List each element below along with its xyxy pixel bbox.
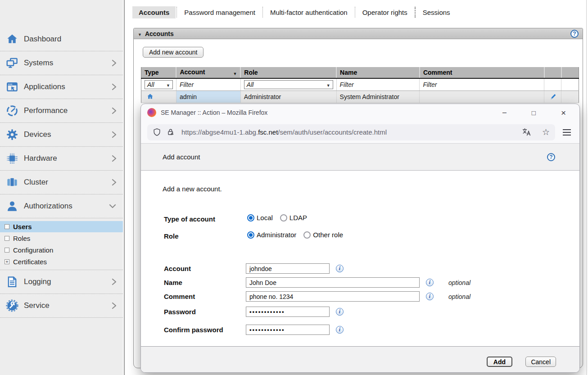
cluster-icon xyxy=(5,175,20,190)
sidebar-item-cluster[interactable]: Cluster xyxy=(0,171,123,194)
maximize-button[interactable]: □ xyxy=(532,109,536,116)
radio-unselected-icon xyxy=(280,214,287,221)
translate-icon[interactable] xyxy=(522,127,531,137)
tab-separator xyxy=(415,7,416,18)
gear-icon xyxy=(5,127,20,142)
firefox-logo-icon xyxy=(147,108,156,117)
optional-note: optional xyxy=(448,293,470,300)
account-input[interactable] xyxy=(246,263,330,274)
lock-warning-icon[interactable] xyxy=(167,128,175,136)
page-tabs: Accounts Password management Multi-facto… xyxy=(132,6,457,18)
sidebar-subitem-certificates[interactable]: Certificates xyxy=(0,256,123,267)
accounts-panel-header[interactable]: Accounts xyxy=(134,28,583,39)
type-of-account-row: Type of account Local LDAP xyxy=(141,214,579,226)
minimize-button[interactable]: – xyxy=(502,109,507,116)
add-button[interactable]: Add xyxy=(487,357,512,367)
tab-multi-factor-authentication[interactable]: Multi-factor authentication xyxy=(264,6,354,18)
square-bullet-icon xyxy=(5,248,9,253)
name-input[interactable] xyxy=(246,277,420,288)
radio-selected-icon xyxy=(247,214,254,221)
password-row: Password xyxy=(141,307,579,318)
sort-desc-icon xyxy=(233,69,237,77)
pencil-icon[interactable] xyxy=(547,93,558,101)
sidebar: Dashboard Systems Applications Performan… xyxy=(0,0,123,375)
tab-separator xyxy=(355,7,355,18)
sidebar-subitem-users[interactable]: Users xyxy=(0,221,123,232)
tab-accounts[interactable]: Accounts xyxy=(132,6,176,18)
sidebar-item-applications[interactable]: Applications xyxy=(0,75,123,99)
cancel-button[interactable]: Cancel xyxy=(525,357,556,367)
info-icon[interactable] xyxy=(336,265,344,272)
bookmark-star-icon[interactable]: ☆ xyxy=(542,128,550,136)
add-new-account-button[interactable]: Add new account xyxy=(143,47,204,58)
close-button[interactable]: × xyxy=(561,108,566,117)
account-filter-input[interactable]: Filter xyxy=(180,81,194,88)
sidebar-item-logging[interactable]: Logging xyxy=(0,270,123,294)
sidebar-item-label: Devices xyxy=(24,130,111,139)
sidebar-subitem-label: Users xyxy=(13,223,32,230)
collapse-caret-icon[interactable] xyxy=(138,30,142,37)
radio-selected-icon xyxy=(247,231,254,239)
sidebar-item-label: Cluster xyxy=(24,178,111,187)
comment-filter-input[interactable]: Filter xyxy=(423,81,437,88)
sidebar-item-authorizations[interactable]: Authorizations xyxy=(0,194,123,218)
radio-local[interactable]: Local xyxy=(247,214,273,221)
radio-ldap[interactable]: LDAP xyxy=(280,214,307,221)
window-titlebar[interactable]: SE Manager :: Action – Mozilla Firefox –… xyxy=(141,104,579,121)
sidebar-subitem-roles[interactable]: Roles xyxy=(0,232,123,244)
field-label: Role xyxy=(164,232,179,240)
url-text[interactable]: https://abgse4mu1-1.abg.fsc.net/sem/auth… xyxy=(181,128,387,136)
info-icon[interactable] xyxy=(426,293,434,300)
comment-input[interactable] xyxy=(246,291,420,302)
radio-administrator[interactable]: Administrator xyxy=(247,231,296,239)
password-input[interactable] xyxy=(246,307,330,317)
tab-operator-rights[interactable]: Operator rights xyxy=(356,6,414,18)
type-filter-select[interactable]: All xyxy=(145,80,173,89)
cell-name: System Administrator xyxy=(336,90,420,103)
column-header-account[interactable]: Account xyxy=(176,67,240,78)
sidebar-item-service[interactable]: Service xyxy=(0,294,123,318)
window-title: SE Manager :: Action – Mozilla Firefox xyxy=(161,109,502,116)
tab-separator xyxy=(176,7,177,18)
sidebar-item-systems[interactable]: Systems xyxy=(0,51,123,75)
shield-icon[interactable] xyxy=(153,128,161,136)
square-bullet-icon xyxy=(5,236,9,241)
expand-plus-icon[interactable] xyxy=(5,259,9,264)
tab-sessions[interactable]: Sessions xyxy=(416,6,457,18)
column-header-role[interactable]: Role xyxy=(240,67,336,78)
confirm-password-input[interactable] xyxy=(246,325,330,335)
sidebar-subitem-configuration[interactable]: Configuration xyxy=(0,244,123,256)
column-header-name[interactable]: Name xyxy=(336,67,420,78)
column-header-type[interactable]: Type xyxy=(141,67,176,78)
panel-title: Accounts xyxy=(145,30,174,37)
sidebar-divider xyxy=(124,0,125,375)
name-filter-input[interactable]: Filter xyxy=(340,81,354,88)
radio-other-role[interactable]: Other role xyxy=(303,231,343,239)
sidebar-item-hardware[interactable]: Hardware xyxy=(0,147,123,171)
menu-icon[interactable] xyxy=(562,129,571,136)
applications-icon xyxy=(5,79,20,95)
sidebar-item-performance[interactable]: Performance xyxy=(0,99,123,123)
firefox-dialog-window: SE Manager :: Action – Mozilla Firefox –… xyxy=(140,104,580,373)
column-header-comment[interactable]: Comment xyxy=(420,67,544,78)
field-label: Comment xyxy=(164,293,195,300)
info-icon[interactable] xyxy=(336,308,344,316)
sidebar-item-devices[interactable]: Devices xyxy=(0,123,123,147)
sidebar-item-label: Applications xyxy=(24,82,111,91)
column-header-edit xyxy=(544,67,561,78)
url-bar[interactable]: https://abgse4mu1-1.abg.fsc.net/sem/auth… xyxy=(147,124,555,140)
dialog-page-header: Add account xyxy=(141,144,579,171)
table-filter-row: All Filter All Filter Filter xyxy=(141,78,579,90)
cell-account[interactable]: admin xyxy=(176,90,240,103)
user-icon xyxy=(5,199,20,214)
info-icon[interactable] xyxy=(336,326,344,334)
sidebar-item-dashboard[interactable]: Dashboard xyxy=(0,27,123,51)
tab-password-management[interactable]: Password management xyxy=(178,6,262,18)
sidebar-item-label: Authorizations xyxy=(24,202,109,211)
info-icon[interactable] xyxy=(426,279,434,286)
field-label: Name xyxy=(164,279,182,286)
cell-comment xyxy=(420,90,544,103)
help-icon[interactable] xyxy=(570,30,579,38)
role-filter-select[interactable]: All xyxy=(244,80,333,89)
help-icon[interactable] xyxy=(547,153,555,161)
